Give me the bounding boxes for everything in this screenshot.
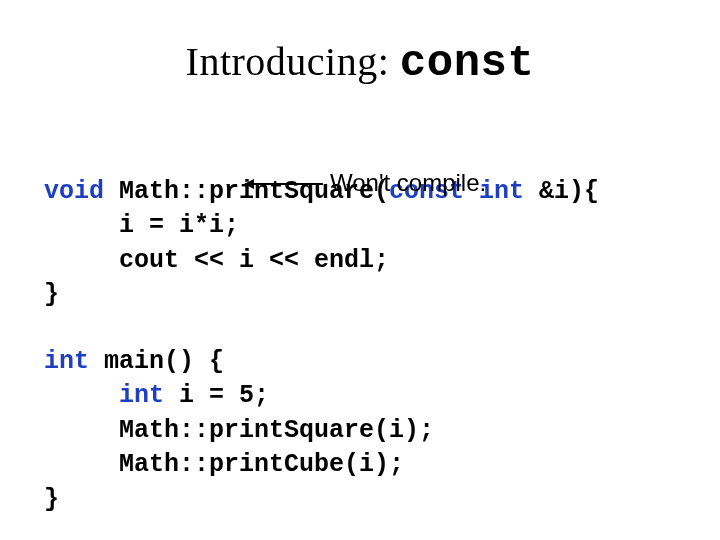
code-line: }	[44, 280, 59, 309]
code-line: cout << i << endl;	[44, 246, 389, 275]
keyword-int: int	[119, 381, 164, 410]
code-line: Math::printCube(i);	[44, 450, 404, 479]
code-block-1: void Math::printSquare(const int &i){ i …	[44, 140, 599, 313]
code-indent	[44, 381, 119, 410]
code-text: main() {	[89, 347, 224, 376]
keyword-void: void	[44, 177, 104, 206]
slide-title: Introducing: const	[0, 38, 720, 88]
code-line: i = i*i;	[44, 211, 239, 240]
code-line: }	[44, 485, 59, 514]
title-prefix: Introducing:	[186, 39, 400, 84]
title-keyword: const	[400, 38, 535, 88]
code-text: &i){	[524, 177, 599, 206]
keyword-int: int	[44, 347, 89, 376]
code-block-2: int main() { int i = 5; Math::printSquar…	[44, 310, 434, 517]
annotation-arrow-icon	[245, 183, 323, 185]
code-line: Math::printSquare(i);	[44, 416, 434, 445]
annotation-label: Won't compile.	[330, 169, 486, 197]
code-text: i = 5;	[164, 381, 269, 410]
